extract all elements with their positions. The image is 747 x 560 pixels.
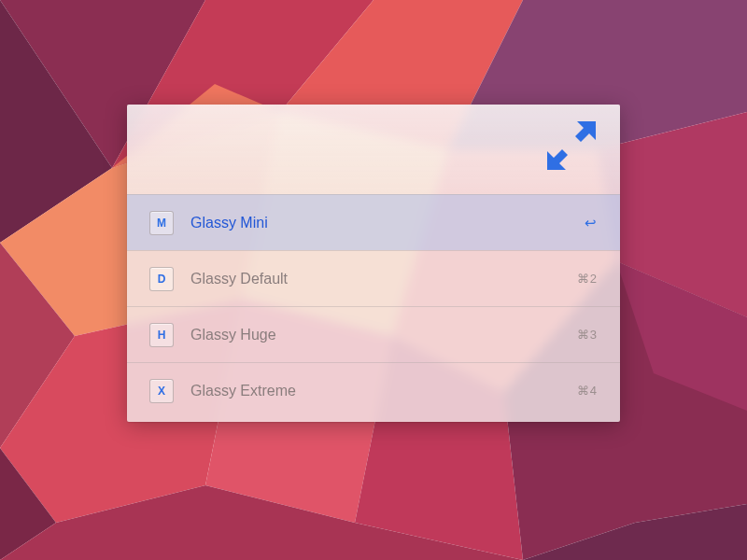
enter-icon: ↩ xyxy=(585,215,598,231)
key-badge: H xyxy=(149,323,174,347)
results-list: M Glassy Mini ↩ D Glassy Default ⌘2 H Gl… xyxy=(127,194,620,418)
list-item[interactable]: H Glassy Huge ⌘3 xyxy=(127,306,620,362)
shortcut-label: ⌘2 xyxy=(577,272,598,286)
key-badge: X xyxy=(149,379,174,403)
list-item-label: Glassy Huge xyxy=(190,327,577,343)
svg-marker-19 xyxy=(575,121,596,142)
list-item-label: Glassy Extreme xyxy=(190,383,577,399)
list-item[interactable]: D Glassy Default ⌘2 xyxy=(127,250,620,306)
list-item[interactable]: X Glassy Extreme ⌘4 xyxy=(127,362,620,418)
list-item[interactable]: M Glassy Mini ↩ xyxy=(127,194,620,250)
key-badge: D xyxy=(149,267,174,291)
list-item-label: Glassy Mini xyxy=(190,215,585,231)
launcher-panel: M Glassy Mini ↩ D Glassy Default ⌘2 H Gl… xyxy=(127,105,620,422)
list-item-label: Glassy Default xyxy=(190,271,577,287)
expand-fullscreen-icon[interactable] xyxy=(543,118,599,174)
svg-marker-20 xyxy=(547,149,568,170)
shortcut-label: ⌘4 xyxy=(577,384,598,398)
shortcut-label: ⌘3 xyxy=(577,328,598,342)
key-badge: M xyxy=(149,211,174,235)
panel-header xyxy=(127,105,620,194)
